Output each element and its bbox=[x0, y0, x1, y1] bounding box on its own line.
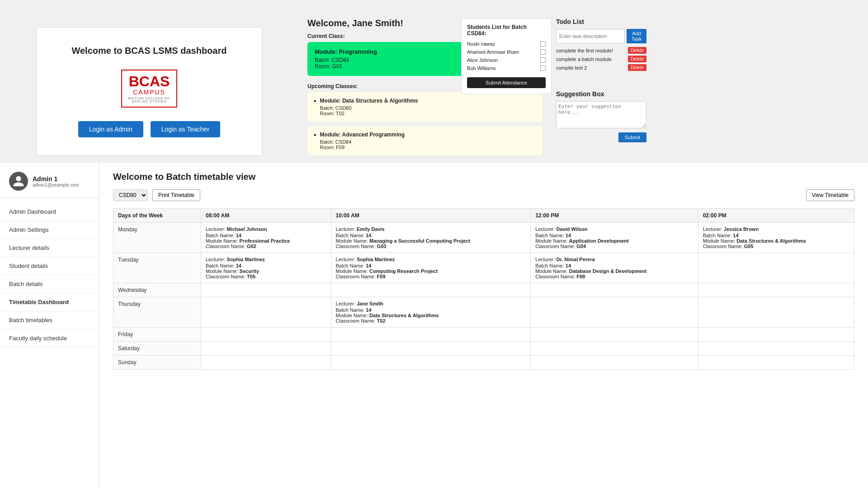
sidebar-item-lecturer-details[interactable]: Lecturer details bbox=[0, 239, 99, 257]
batch-name: 14 bbox=[366, 233, 371, 238]
lecturer-name: Sophia Martinez bbox=[357, 257, 395, 262]
timetable-cell bbox=[698, 297, 854, 328]
todo-panel: Todo List Add Task complete the first mo… bbox=[556, 18, 646, 73]
timetable-header: 10:00 AM bbox=[331, 209, 531, 223]
delete-task-button[interactable]: Delete bbox=[628, 56, 646, 62]
batch-select[interactable]: CSD80 CSD81 CSD82 CSD83 CSD84 bbox=[113, 189, 148, 201]
batch-name: 14 bbox=[566, 263, 571, 268]
batch-info: Batch Name: 14 bbox=[336, 263, 526, 268]
lecturer-info: Lecturer: Michael Johnson bbox=[206, 226, 326, 232]
timetable-cell bbox=[531, 328, 698, 342]
classroom-info: Classroom Name: G03 bbox=[336, 244, 526, 249]
lecturer-info: Lecturer: Emily Davis bbox=[336, 226, 526, 232]
day-cell: Monday bbox=[113, 223, 201, 253]
student-checkbox[interactable] bbox=[540, 57, 546, 63]
delete-task-button[interactable]: Delete bbox=[628, 47, 646, 54]
todo-title: Todo List bbox=[556, 18, 646, 25]
submit-attendance-button[interactable]: Submit Attendance bbox=[467, 77, 546, 88]
view-timetable-button[interactable]: View Timetable bbox=[806, 189, 854, 201]
timetable-cell bbox=[531, 342, 698, 356]
timetable-cell: Lecturer: Michael Johnson Batch Name: 14… bbox=[201, 223, 331, 253]
batch-name: 14 bbox=[236, 233, 241, 238]
login-logo: BCAS CAMPUS BRITISH COLLEGE OFAPPLIED ST… bbox=[121, 70, 177, 108]
timetable-cell bbox=[531, 356, 698, 370]
logo-bcas: BCAS bbox=[128, 74, 170, 89]
sidebar-item-batch-timetables[interactable]: Batch timetables bbox=[0, 311, 99, 329]
timetable-header: 12:00 PM bbox=[531, 209, 698, 223]
classroom-info: Classroom Name: G05 bbox=[703, 244, 849, 249]
module-name: Data Structures & Algorithms bbox=[369, 313, 439, 318]
module-name: Application Development bbox=[569, 238, 629, 244]
classroom-info: Classroom Name: F09 bbox=[535, 274, 693, 279]
classroom-info: Classroom Name: F09 bbox=[336, 274, 526, 279]
avatar bbox=[9, 172, 28, 191]
sidebar-item-batch-details[interactable]: Batch details bbox=[0, 275, 99, 293]
add-task-button[interactable]: Add Task bbox=[627, 29, 646, 43]
cell-content: Lecturer: David Wilson Batch Name: 14 Mo… bbox=[535, 226, 693, 249]
login-teacher-button[interactable]: Login as Teacher bbox=[151, 121, 220, 137]
sidebar-item-admin-settings[interactable]: Admin Settings bbox=[0, 221, 99, 239]
module-name: Professional Practice bbox=[240, 238, 290, 244]
todo-input[interactable] bbox=[556, 29, 625, 43]
day-cell: Wednesday bbox=[113, 283, 201, 297]
student-checkbox[interactable] bbox=[540, 41, 546, 47]
student-name: Ahamed Ammaar Ilham bbox=[467, 49, 519, 55]
students-panel: Students List for Batch CSD84: Nuski naw… bbox=[461, 18, 552, 94]
logo-campus: CAMPUS bbox=[128, 89, 170, 96]
upcoming-item-1-content: Module: Data Structures & Algorithms Bat… bbox=[320, 98, 418, 116]
upcoming-1-module: Module: Data Structures & Algorithms bbox=[320, 98, 418, 104]
sidebar-item-student-details[interactable]: Student details bbox=[0, 257, 99, 275]
day-cell: Saturday bbox=[113, 342, 201, 356]
timetable-cell: Lecturer: Sophia Martinez Batch Name: 14… bbox=[331, 253, 531, 283]
table-row: Saturday bbox=[113, 342, 854, 356]
batch-info: Batch Name: 14 bbox=[336, 233, 526, 238]
sidebar-item-facutly-daily-schedule[interactable]: Facutly daily schedule bbox=[0, 329, 99, 347]
cell-content: Lecturer: Emily Davis Batch Name: 14 Mod… bbox=[336, 226, 526, 249]
module-info: Module Name: Computing Research Project bbox=[336, 268, 526, 274]
cell-content: Lecturer: Dr. Nimal Perera Batch Name: 1… bbox=[535, 257, 693, 279]
students-title: Students List for Batch CSD84: bbox=[467, 24, 546, 37]
timetable-cell: Lecturer: David Wilson Batch Name: 14 Mo… bbox=[531, 223, 698, 253]
sidebar-item-timetable-dashboard[interactable]: Timetable Dashboard bbox=[0, 293, 99, 311]
suggestion-submit-button[interactable]: Submit bbox=[618, 132, 646, 142]
lecturer-info: Lecturer: Sophia Martinez bbox=[336, 257, 526, 262]
table-row: Tuesday Lecturer: Sophia Martinez Batch … bbox=[113, 253, 854, 283]
module-name: Database Design & Development bbox=[569, 268, 647, 274]
batch-info: Batch Name: 14 bbox=[535, 263, 693, 268]
lecturer-name: David Wilson bbox=[557, 226, 588, 232]
lecturer-info: Lecturer: Jessica Brown bbox=[703, 226, 849, 232]
classroom-name: T05 bbox=[247, 274, 255, 279]
todo-item: compite test 2Delete bbox=[556, 64, 646, 71]
lecturer-name: Dr. Nimal Perera bbox=[557, 257, 595, 262]
module-info: Module Name: Managing a Successful Compu… bbox=[336, 238, 526, 244]
batch-info: Batch Name: 14 bbox=[206, 233, 326, 238]
timetable-cell bbox=[698, 283, 854, 297]
timetable-cell bbox=[531, 283, 698, 297]
table-row: Wednesday bbox=[113, 283, 854, 297]
student-checkbox[interactable] bbox=[540, 49, 546, 55]
suggestion-panel: Suggestion Box Submit bbox=[556, 90, 646, 142]
batch-name: 14 bbox=[366, 307, 371, 313]
upcoming-item-1: • Module: Data Structures & Algorithms B… bbox=[307, 92, 542, 122]
student-checkbox[interactable] bbox=[540, 66, 546, 71]
cell-content: Lecturer: Jessica Brown Batch Name: 14 M… bbox=[703, 226, 849, 249]
print-timetable-button[interactable]: Print Timetable bbox=[152, 189, 200, 201]
upcoming-item-2-content: Module: Advanced Programming Batch: CSD8… bbox=[320, 131, 405, 150]
day-cell: Sunday bbox=[113, 356, 201, 370]
login-admin-button[interactable]: Login as Admin bbox=[78, 121, 143, 137]
todo-item-text: compite test 2 bbox=[556, 65, 587, 70]
student-row: Bob Williams bbox=[467, 66, 546, 71]
sidebar-item-admin-dashboard[interactable]: Admin Dashboard bbox=[0, 203, 99, 221]
table-row: Monday Lecturer: Michael Johnson Batch N… bbox=[113, 223, 854, 253]
timetable-cell bbox=[331, 283, 531, 297]
upcoming-2-room: Room: F09 bbox=[320, 145, 405, 150]
suggestion-textarea[interactable] bbox=[556, 101, 646, 128]
timetable-cell: Lecturer: Dr. Nimal Perera Batch Name: 1… bbox=[531, 253, 698, 283]
lecturer-name: Jessica Brown bbox=[724, 226, 759, 232]
timetable-cell bbox=[201, 297, 331, 328]
delete-task-button[interactable]: Delete bbox=[628, 64, 646, 71]
timetable-header: 02:00 PM bbox=[698, 209, 854, 223]
timetable-cell bbox=[698, 356, 854, 370]
classroom-info: Classroom Name: G02 bbox=[206, 244, 326, 249]
timetable-cell bbox=[201, 342, 331, 356]
